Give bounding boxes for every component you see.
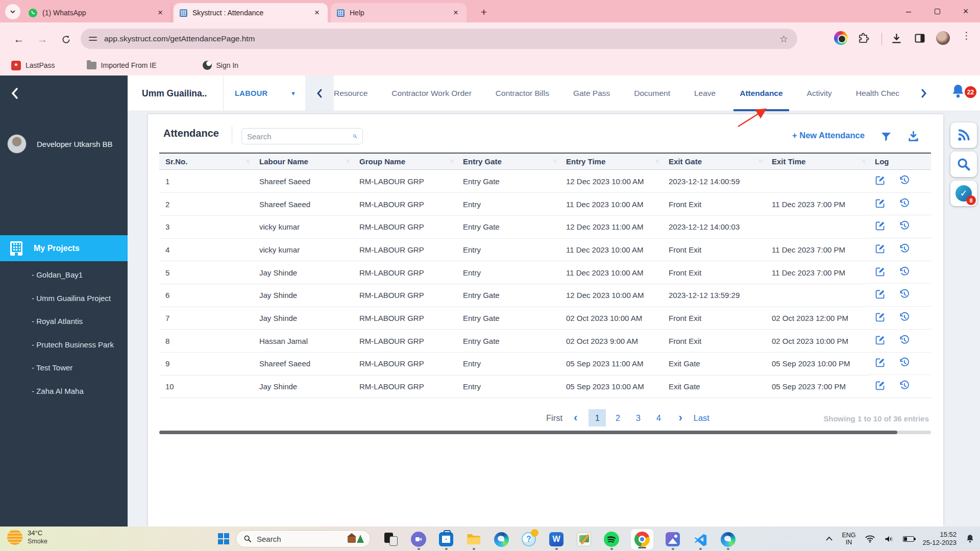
taskbar-icon-photos[interactable]: [665, 531, 681, 547]
edit-button[interactable]: [875, 220, 886, 233]
start-button[interactable]: [218, 533, 229, 544]
export-button[interactable]: [907, 130, 920, 143]
browser-menu-icon[interactable]: ⋮: [962, 30, 971, 41]
sort-icon[interactable]: ↑↓: [450, 158, 453, 164]
language-indicator[interactable]: ENG IN: [842, 532, 855, 546]
extension-orb-icon[interactable]: [834, 31, 848, 45]
new-attendance-button[interactable]: + New Attendance: [792, 131, 865, 140]
history-button[interactable]: [899, 380, 910, 392]
sidebar-collapse-button[interactable]: [9, 87, 20, 100]
sidebar-project-item[interactable]: - Zaha Al Maha: [32, 380, 114, 403]
taskbar-icon-task-view[interactable]: [383, 531, 399, 547]
edit-button[interactable]: [875, 335, 886, 347]
tab-activity[interactable]: Activity: [807, 76, 832, 111]
column-header-sr-no-[interactable]: Sr.No.↑↓: [159, 153, 253, 170]
sidebar-project-item[interactable]: - Goldan_Bay1: [32, 263, 114, 287]
sidebar-project-item[interactable]: - Prutech Business Park: [32, 333, 114, 357]
column-header-exit-gate[interactable]: Exit Gate↑↓: [663, 153, 766, 170]
taskbar-icon-chrome-active[interactable]: [631, 529, 653, 549]
tab-close-icon[interactable]: ×: [156, 8, 165, 18]
site-info-icon[interactable]: [89, 35, 97, 43]
column-header-labour-name[interactable]: Labour Name↑↓: [253, 153, 353, 170]
taskbar-icon-copilot[interactable]: ?: [521, 531, 537, 547]
taskbar-icon-vscode[interactable]: [692, 531, 708, 547]
tab-contractor-bills[interactable]: Contractor Bills: [496, 76, 549, 111]
browser-tab-skystruct[interactable]: Skystruct : Attendance ×: [174, 3, 328, 22]
column-header-group-name[interactable]: Group Name↑↓: [353, 153, 457, 170]
sort-icon[interactable]: ↑↓: [346, 158, 349, 164]
pagination-last[interactable]: Last: [694, 413, 709, 423]
maximize-button[interactable]: [923, 0, 951, 22]
taskbar-icon-spotify[interactable]: [603, 531, 620, 547]
search-icon[interactable]: [353, 131, 357, 141]
browser-profile-avatar[interactable]: [936, 31, 950, 45]
sort-icon[interactable]: ↑↓: [246, 158, 249, 164]
tab-document[interactable]: Document: [634, 76, 670, 111]
pagination-prev-icon[interactable]: ‹: [574, 414, 577, 422]
side-panel-button[interactable]: [914, 32, 926, 44]
search-input[interactable]: [247, 132, 349, 141]
history-button[interactable]: [899, 357, 910, 369]
filter-button[interactable]: [880, 131, 892, 143]
pagination-page-4[interactable]: 4: [650, 409, 667, 427]
pagination-first[interactable]: First: [546, 413, 562, 423]
bookmark-star-icon[interactable]: ☆: [779, 33, 788, 45]
back-button[interactable]: ←: [11, 32, 27, 47]
forward-button[interactable]: →: [35, 32, 50, 47]
sidebar-project-item[interactable]: - Umm Guailina Project: [32, 287, 114, 310]
tab-leave[interactable]: Leave: [694, 76, 716, 111]
bookmark-imported-folder[interactable]: Imported From IE: [87, 61, 157, 69]
bookmark-lastpass[interactable]: * LastPass: [11, 61, 55, 70]
tray-bell-icon[interactable]: [965, 534, 975, 544]
sidebar-user[interactable]: Developer Utkarsh BB: [0, 131, 128, 157]
sort-icon[interactable]: ↑↓: [655, 158, 658, 164]
scrollbar-thumb[interactable]: [159, 431, 897, 434]
history-button[interactable]: [899, 312, 910, 324]
edit-button[interactable]: [875, 380, 886, 392]
sidebar-project-item[interactable]: - Test Tower: [32, 356, 114, 380]
tab-close-icon[interactable]: ×: [451, 8, 460, 18]
history-button[interactable]: [899, 175, 910, 187]
tab-contractor-work-order[interactable]: Contractor Work Order: [391, 76, 471, 111]
edit-button[interactable]: [875, 357, 886, 369]
downloads-button[interactable]: [890, 32, 903, 45]
close-button[interactable]: ×: [951, 0, 980, 22]
volume-icon[interactable]: [884, 535, 894, 543]
sort-icon[interactable]: ↑↓: [553, 158, 556, 164]
history-button[interactable]: [899, 198, 910, 210]
sort-icon[interactable]: ↑↓: [862, 158, 865, 164]
history-button[interactable]: [899, 335, 910, 347]
taskbar-icon-word[interactable]: W: [548, 531, 565, 547]
taskbar-search[interactable]: Search: [236, 530, 371, 547]
sidebar-project-item[interactable]: - Royal Atlantis: [32, 310, 114, 333]
tab-resource[interactable]: Resource: [334, 76, 368, 111]
history-button[interactable]: [899, 266, 910, 279]
feed-button[interactable]: [950, 122, 977, 148]
history-button[interactable]: [899, 289, 910, 301]
bookmark-sign-in[interactable]: Sign In: [203, 61, 239, 70]
sidebar-item-my-projects[interactable]: My Projects: [0, 235, 128, 261]
taskbar-icon-chat[interactable]: [410, 531, 427, 547]
tab-close-icon[interactable]: ×: [312, 8, 322, 18]
clock[interactable]: 15:52 25-12-2023: [923, 531, 957, 547]
battery-icon[interactable]: [903, 536, 914, 542]
approvals-button[interactable]: ✓ 8: [950, 181, 977, 206]
edit-button[interactable]: [875, 243, 886, 256]
edit-button[interactable]: [875, 175, 886, 187]
history-button[interactable]: [899, 243, 910, 256]
pagination-page-3[interactable]: 3: [629, 409, 647, 427]
edit-button[interactable]: [875, 312, 886, 324]
module-dropdown[interactable]: LABOUR ▼: [224, 76, 305, 111]
pagination-page-2[interactable]: 2: [609, 409, 626, 427]
reload-button[interactable]: [58, 32, 74, 47]
taskbar-weather-widget[interactable]: 34°C Smoke: [7, 529, 47, 545]
edit-button[interactable]: [875, 289, 886, 301]
taskbar-icon-image-editor[interactable]: [576, 531, 592, 547]
tab-health-chec[interactable]: Health Chec: [856, 76, 899, 111]
new-tab-button[interactable]: +: [477, 5, 491, 19]
browser-tab-whatsapp[interactable]: (1) WhatsApp ×: [22, 3, 172, 22]
taskbar-icon-file-explorer[interactable]: [465, 531, 482, 547]
column-header-entry-gate[interactable]: Entry Gate↑↓: [457, 153, 560, 170]
horizontal-scrollbar[interactable]: [159, 431, 931, 434]
taskbar-icon-edge-2[interactable]: [720, 531, 736, 547]
